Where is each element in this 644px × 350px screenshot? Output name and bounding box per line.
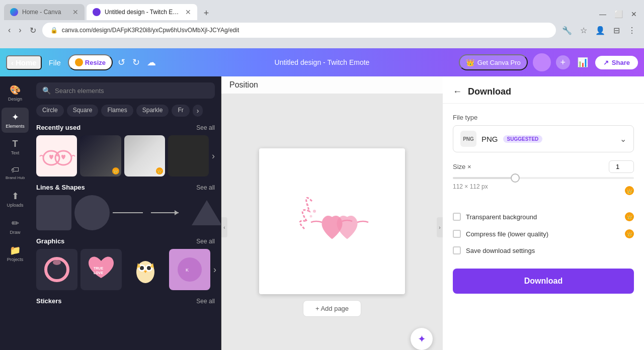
- panel-back-button[interactable]: ←: [453, 86, 462, 97]
- recently-used-see-all[interactable]: See all: [196, 124, 215, 131]
- size-knob[interactable]: [511, 173, 520, 183]
- recently-item-1[interactable]: [36, 135, 77, 177]
- bookmark-button[interactable]: ☆: [578, 24, 589, 37]
- canvas-area: ‹ Position: [221, 76, 443, 350]
- transparent-bg-pro-badge: 👑: [625, 212, 634, 221]
- shape-triangle[interactable]: [189, 195, 221, 230]
- restore-button[interactable]: ⬜: [611, 8, 626, 20]
- purple-graphic: K: [175, 254, 205, 285]
- tab-home[interactable]: Home - Canva ✕: [4, 4, 85, 20]
- collapse-panel-left[interactable]: ‹: [221, 217, 227, 237]
- size-input[interactable]: [609, 160, 634, 173]
- svg-text:K: K: [186, 268, 189, 273]
- size-slider-row: [453, 177, 634, 179]
- new-tab-button[interactable]: +: [199, 6, 213, 20]
- search-input[interactable]: [55, 87, 209, 95]
- lines-shapes-see-all[interactable]: See all: [196, 184, 215, 191]
- uploads-icon: ⬆: [12, 191, 19, 202]
- extensions-button[interactable]: 🔧: [560, 24, 574, 37]
- cloud-save-button[interactable]: ☁: [145, 55, 158, 70]
- graphics-more[interactable]: ›: [213, 265, 216, 275]
- resize-button[interactable]: Resize: [68, 54, 113, 70]
- graphics-see-all[interactable]: See all: [196, 238, 215, 245]
- file-menu[interactable]: File: [45, 56, 65, 69]
- compress-file-checkbox[interactable]: [453, 230, 461, 238]
- svg-point-14: [307, 204, 309, 206]
- user-avatar[interactable]: [533, 53, 551, 71]
- search-bar[interactable]: 🔍: [36, 82, 215, 99]
- projects-icon: 📁: [10, 245, 21, 256]
- file-type-select[interactable]: PNG PNG SUGGESTED ⌄: [453, 125, 634, 152]
- home-button[interactable]: ‹ Home: [6, 55, 42, 70]
- url-bar[interactable]: 🔒 canva.com/design/DAFpK3R20i8/yxCpw6hUs…: [42, 23, 556, 38]
- sidebar-item-elements[interactable]: ✦ Elements: [2, 108, 29, 133]
- collapse-panel-right[interactable]: ›: [437, 217, 443, 237]
- sidebar-item-brand-hub[interactable]: 🏷 Brand Hub: [2, 161, 29, 185]
- tab-close-design[interactable]: ✕: [185, 8, 191, 16]
- close-button[interactable]: ✕: [628, 8, 640, 20]
- tab-favicon-design: [93, 8, 101, 16]
- stickers-header: Stickers See all: [36, 297, 215, 305]
- save-settings-label: Save download settings: [466, 247, 535, 254]
- shape-square[interactable]: [36, 195, 71, 230]
- sidebar-label-brand-hub: Brand Hub: [6, 176, 25, 181]
- shape-line[interactable]: [113, 195, 148, 230]
- undo-button[interactable]: ↺: [116, 55, 127, 70]
- brand-hub-icon: 🏷: [11, 165, 19, 174]
- sidebar-item-uploads[interactable]: ⬆ Uploads: [2, 187, 29, 212]
- analytics-button[interactable]: 📊: [575, 55, 590, 70]
- browser-chrome: Home - Canva ✕ Untitled design - Twitch …: [0, 0, 644, 48]
- url-text: canva.com/design/DAFpK3R20i8/yxCpw6hUsvO…: [62, 27, 239, 34]
- filter-tag-fr[interactable]: Fr: [172, 105, 189, 117]
- filter-tag-circle[interactable]: Circle: [36, 105, 64, 117]
- graphic-ring[interactable]: [36, 249, 77, 290]
- menu-button[interactable]: ⋮: [626, 24, 638, 37]
- shape-arrow[interactable]: [151, 195, 186, 230]
- chevron-down-icon: ⌄: [620, 134, 626, 144]
- recently-item-2[interactable]: 👑: [80, 135, 121, 177]
- download-button[interactable]: Download: [453, 269, 634, 294]
- filter-tag-more[interactable]: ›: [193, 105, 203, 117]
- tab-design[interactable]: Untitled design - Twitch Emote ✕: [87, 4, 197, 20]
- sidebar-item-design[interactable]: 🎨 Design: [2, 80, 29, 106]
- canvas-frame[interactable]: [259, 148, 405, 294]
- sidebar-item-draw[interactable]: ✏ Draw: [2, 214, 29, 239]
- filter-tag-sparkle[interactable]: Sparkle: [136, 105, 169, 117]
- add-page-button[interactable]: + Add page: [303, 300, 361, 317]
- graphic-purple-round[interactable]: K: [169, 249, 210, 290]
- save-settings-checkbox[interactable]: [453, 246, 461, 254]
- recently-item-3[interactable]: 👑: [124, 135, 165, 177]
- add-collaborator-button[interactable]: +: [556, 55, 570, 69]
- recently-item-4[interactable]: [168, 135, 209, 177]
- shapes-grid: ›: [36, 195, 215, 230]
- filter-tag-flames[interactable]: Flames: [101, 105, 133, 117]
- minimize-button[interactable]: —: [596, 8, 609, 20]
- compress-file-row: Compress file (lower quality) 👑: [453, 225, 634, 242]
- sidebar-toggle-button[interactable]: ⊟: [611, 24, 622, 37]
- graphic-true-love[interactable]: TRUE LOVE: [80, 249, 122, 290]
- canva-pro-button[interactable]: 👑 Get Canva Pro: [459, 54, 528, 70]
- file-type-label: File type: [453, 114, 634, 121]
- redo-button[interactable]: ↻: [130, 55, 142, 70]
- transparent-bg-checkbox[interactable]: [453, 213, 461, 221]
- sidebar-item-projects[interactable]: 📁 Projects: [2, 241, 29, 266]
- graphics-grid: TRUE LOVE: [36, 249, 215, 290]
- share-button[interactable]: ↗ Share: [595, 56, 638, 69]
- back-nav-button[interactable]: ‹: [6, 24, 13, 37]
- sidebar-item-text[interactable]: T Text: [2, 135, 29, 159]
- shape-circle[interactable]: [74, 195, 110, 230]
- graphic-owl[interactable]: [125, 249, 166, 290]
- sidebar-label-projects: Projects: [7, 257, 24, 262]
- refresh-button[interactable]: ↻: [28, 24, 38, 37]
- stickers-see-all[interactable]: See all: [196, 298, 215, 305]
- tab-controls: — ⬜ ✕: [596, 8, 640, 20]
- graphics-header: Graphics See all: [36, 237, 215, 245]
- forward-nav-button[interactable]: ›: [17, 24, 23, 37]
- profile-button[interactable]: 👤: [593, 24, 607, 37]
- tab-close-home[interactable]: ✕: [72, 8, 78, 16]
- filter-tag-square[interactable]: Square: [67, 105, 99, 117]
- ai-star-icon: ✦: [418, 333, 426, 345]
- ai-assist-button[interactable]: ✦: [411, 328, 433, 350]
- size-track[interactable]: [453, 177, 634, 179]
- recently-used-more[interactable]: ›: [212, 135, 215, 177]
